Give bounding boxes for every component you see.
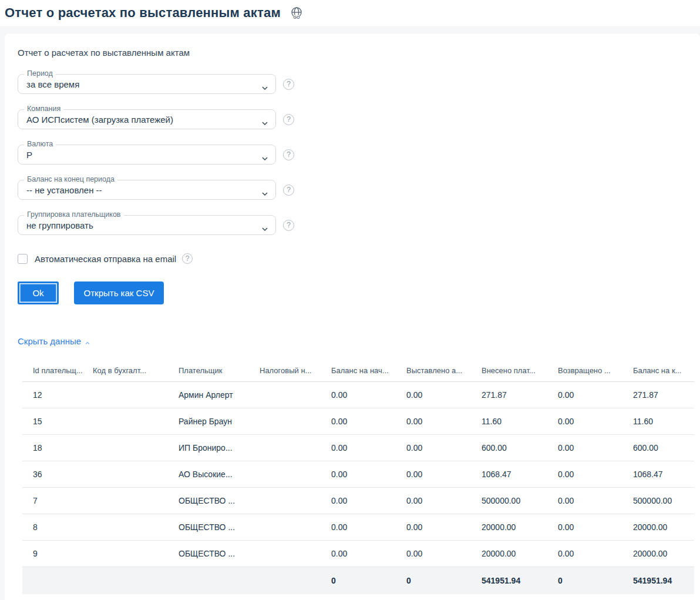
footer-cell: 0 [396,576,471,585]
toggle-row: Скрыть данные [18,335,694,347]
help-icon[interactable]: ? [283,114,294,125]
table-cell: 0.00 [547,496,622,505]
column-header[interactable]: Плательщик [168,366,249,375]
field-value: Р [18,150,52,160]
field-label: Валюта [24,140,56,149]
table-cell: 600.00 [471,443,547,452]
svg-text:GO: GO [293,15,299,19]
select-field[interactable]: Баланс на конец периода -- не установлен… [18,180,276,200]
column-header[interactable]: Выставлено а... [396,366,471,375]
table-row: 18ИП Брониро...0.000.00600.000.00600.00 [22,435,694,461]
field-value: АО ИСПсистем (загрузка платежей) [18,115,193,125]
table-cell: 0.00 [547,443,622,452]
ok-button[interactable]: Ok [18,281,59,304]
table-cell: 0.00 [547,470,622,479]
field-value: не группировать [18,220,113,230]
footer-cell: 541951.94 [622,576,694,585]
chevron-down-icon [261,223,268,234]
report-panel: Отчет о расчетах по выставленным актам П… [5,33,700,600]
table-cell: 0.00 [396,549,471,558]
table-cell: 18 [22,443,82,452]
globe-go-icon[interactable]: GO [290,6,304,20]
chevron-down-icon [261,153,268,163]
column-header[interactable]: Налоговый н... [249,366,321,375]
table-cell: 0.00 [396,470,471,479]
select-field[interactable]: Валюта Р [18,145,276,165]
table-cell: 12 [22,390,82,400]
table-cell: Райнер Браун [168,417,249,426]
column-header[interactable]: Возвращено ... [547,366,622,375]
table-body: 12Армин Арлерт0.000.00271.870.00271.8715… [22,382,694,567]
table-cell: 36 [22,470,82,479]
table-cell: 20000.00 [471,522,547,532]
field-label: Группировка плательщиков [24,210,124,219]
column-header[interactable]: Баланс на к... [622,366,694,375]
table-cell: 20000.00 [622,522,694,532]
table-cell: 0.00 [396,390,471,400]
page-header: Отчет о расчетах по выставленным актам G… [0,0,700,26]
table-cell: АО Высокие... [168,470,249,479]
footer-cell: 0 [321,576,396,585]
table-cell: 600.00 [622,443,694,452]
column-header[interactable]: Id плательщ... [22,366,82,375]
collapse-chevron-icon [85,337,90,347]
select-field[interactable]: Компания АО ИСПсистем (загрузка платежей… [18,109,276,129]
table-cell: 0.00 [547,522,622,532]
table-cell: 0.00 [396,522,471,532]
table-cell: 9 [22,549,82,558]
table-cell: 271.87 [622,390,694,400]
column-header[interactable]: Код в бухгалт... [82,366,168,375]
table-cell: ОБЩЕСТВО ... [168,549,249,558]
table-cell: 20000.00 [471,549,547,558]
field-label: Период [24,69,56,78]
hide-data-link[interactable]: Скрыть данные [18,336,81,346]
report-table: Id плательщ...Код в бухгалт...Плательщик… [22,360,694,594]
table-cell: Армин Арлерт [168,390,249,400]
column-header[interactable]: Баланс на нач... [321,366,396,375]
field-label: Компания [24,105,63,113]
chevron-down-icon [261,188,268,199]
table-cell: 11.60 [622,417,694,426]
chevron-down-icon [261,118,268,128]
table-cell: 0.00 [396,417,471,426]
table-cell: ОБЩЕСТВО ... [168,522,249,532]
field-label: Баланс на конец периода [24,175,117,184]
help-icon[interactable]: ? [283,220,294,231]
email-checkbox-row: Автоматическая отправка на email ? [18,253,694,264]
help-icon[interactable]: ? [283,149,294,160]
footer-cell: 541951.94 [471,576,547,585]
table-cell: ОБЩЕСТВО ... [168,496,249,505]
help-icon[interactable]: ? [182,253,193,264]
table-row: 8ОБЩЕСТВО ...0.000.0020000.000.0020000.0… [22,514,694,541]
table-row: 15Райнер Браун0.000.0011.600.0011.60 [22,408,694,435]
field-value: за все время [18,79,99,89]
table-cell: ИП Брониро... [168,443,249,452]
table-cell: 20000.00 [622,549,694,558]
table-cell: 15 [22,417,82,426]
table-footer-row: 00541951.940541951.94 [22,567,694,594]
table-cell: 0.00 [321,443,396,452]
select-field[interactable]: Период за все время [18,74,276,94]
email-checkbox[interactable] [18,254,28,264]
table-cell: 500000.00 [471,496,547,505]
field-value: -- не установлен -- [18,185,122,195]
chevron-down-icon [261,82,268,93]
form-fields: Период за все время ? Компания АО ИСПсис… [18,74,694,235]
open-csv-button[interactable]: Открыть как CSV [74,281,164,304]
table-row: 9ОБЩЕСТВО ...0.000.0020000.000.0020000.0… [22,541,694,567]
table-cell: 0.00 [321,496,396,505]
table-cell: 0.00 [321,549,396,558]
table-cell: 11.60 [471,417,547,426]
table-cell: 0.00 [547,390,622,400]
table-cell: 0.00 [321,522,396,532]
table-cell: 0.00 [547,417,622,426]
table-row: 7ОБЩЕСТВО ...0.000.00500000.000.00500000… [22,488,694,514]
table-cell: 0.00 [396,496,471,505]
help-icon[interactable]: ? [283,79,294,90]
column-header[interactable]: Внесено плат... [471,366,547,375]
help-icon[interactable]: ? [283,185,294,196]
select-field[interactable]: Группировка плательщиков не группировать [18,215,276,235]
table-cell: 0.00 [321,390,396,400]
table-cell: 500000.00 [622,496,694,505]
table-cell: 7 [22,496,82,505]
